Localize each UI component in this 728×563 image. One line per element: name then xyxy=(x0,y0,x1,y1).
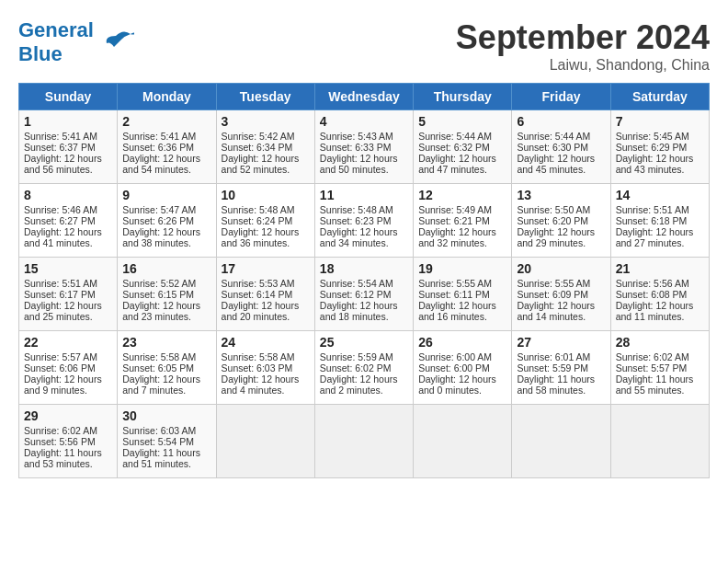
daylight-label: Daylight: 12 hours and 34 minutes. xyxy=(320,226,398,248)
daylight-label: Daylight: 12 hours and 11 minutes. xyxy=(616,300,694,322)
day-number: 30 xyxy=(122,408,210,423)
day-number: 1 xyxy=(24,114,112,129)
sunrise-text: Sunrise: 5:48 AM xyxy=(320,204,393,215)
calendar-cell: 4 Sunrise: 5:43 AM Sunset: 6:33 PM Dayli… xyxy=(314,110,413,184)
sunrise-text: Sunrise: 5:48 AM xyxy=(222,204,295,215)
month-title: September 2024 xyxy=(456,18,710,57)
sunset-text: Sunset: 6:15 PM xyxy=(122,289,194,300)
calendar-table: Sunday Monday Tuesday Wednesday Thursday… xyxy=(18,83,710,478)
day-number: 12 xyxy=(418,188,506,202)
calendar-cell xyxy=(216,405,314,478)
day-number: 25 xyxy=(320,335,408,350)
sunrise-text: Sunrise: 5:51 AM xyxy=(616,204,689,215)
calendar-cell: 19 Sunrise: 5:55 AM Sunset: 6:11 PM Dayl… xyxy=(414,258,512,331)
title-block: September 2024 Laiwu, Shandong, China xyxy=(456,18,710,74)
sunset-text: Sunset: 6:05 PM xyxy=(122,362,194,373)
daylight-label: Daylight: 12 hours and 16 minutes. xyxy=(418,300,496,322)
sunrise-text: Sunrise: 5:50 AM xyxy=(517,204,590,215)
sunset-text: Sunset: 6:14 PM xyxy=(222,289,293,300)
sunrise-text: Sunrise: 6:01 AM xyxy=(517,351,590,362)
daylight-label: Daylight: 12 hours and 2 minutes. xyxy=(320,373,398,396)
sunset-text: Sunset: 6:27 PM xyxy=(24,215,96,226)
day-number: 21 xyxy=(616,261,704,276)
daylight-label: Daylight: 12 hours and 9 minutes. xyxy=(24,373,102,396)
sunset-text: Sunset: 6:30 PM xyxy=(517,142,588,153)
calendar-cell: 6 Sunrise: 5:44 AM Sunset: 6:30 PM Dayli… xyxy=(512,110,610,184)
day-number: 18 xyxy=(320,261,408,276)
daylight-label: Daylight: 12 hours and 14 minutes. xyxy=(517,300,595,322)
sunrise-text: Sunrise: 5:45 AM xyxy=(616,131,689,142)
sunrise-text: Sunrise: 5:46 AM xyxy=(24,204,97,215)
calendar-cell: 7 Sunrise: 5:45 AM Sunset: 6:29 PM Dayli… xyxy=(610,110,709,184)
calendar-cell: 25 Sunrise: 5:59 AM Sunset: 6:02 PM Dayl… xyxy=(314,331,413,405)
calendar-cell: 24 Sunrise: 5:58 AM Sunset: 6:03 PM Dayl… xyxy=(216,331,314,405)
daylight-label: Daylight: 11 hours and 53 minutes. xyxy=(24,447,102,469)
calendar-cell: 26 Sunrise: 6:00 AM Sunset: 6:00 PM Dayl… xyxy=(414,331,512,405)
sunrise-text: Sunrise: 6:00 AM xyxy=(418,351,492,362)
calendar-cell: 1 Sunrise: 5:41 AM Sunset: 6:37 PM Dayli… xyxy=(19,110,118,184)
sunset-text: Sunset: 6:24 PM xyxy=(222,215,293,226)
daylight-label: Daylight: 12 hours and 54 minutes. xyxy=(122,153,200,175)
day-number: 8 xyxy=(24,188,112,202)
calendar-cell: 5 Sunrise: 5:44 AM Sunset: 6:32 PM Dayli… xyxy=(414,110,512,184)
daylight-label: Daylight: 12 hours and 23 minutes. xyxy=(122,300,200,322)
calendar-cell: 17 Sunrise: 5:53 AM Sunset: 6:14 PM Dayl… xyxy=(216,258,314,331)
calendar-cell: 15 Sunrise: 5:51 AM Sunset: 6:17 PM Dayl… xyxy=(19,258,118,331)
day-number: 19 xyxy=(418,261,506,276)
daylight-label: Daylight: 12 hours and 56 minutes. xyxy=(24,153,102,175)
sunrise-text: Sunrise: 5:58 AM xyxy=(122,351,196,362)
sunset-text: Sunset: 6:02 PM xyxy=(320,362,392,373)
daylight-label: Daylight: 12 hours and 50 minutes. xyxy=(320,153,398,175)
logo: General Blue xyxy=(18,18,134,66)
sunrise-text: Sunrise: 5:44 AM xyxy=(418,131,492,142)
sunset-text: Sunset: 6:12 PM xyxy=(320,289,392,300)
calendar-week-row: 1 Sunrise: 5:41 AM Sunset: 6:37 PM Dayli… xyxy=(19,110,710,184)
day-number: 16 xyxy=(122,261,210,276)
calendar-cell: 27 Sunrise: 6:01 AM Sunset: 5:59 PM Dayl… xyxy=(512,331,610,405)
sunset-text: Sunset: 5:56 PM xyxy=(24,436,96,447)
calendar-header-row: Sunday Monday Tuesday Wednesday Thursday… xyxy=(19,84,710,110)
sunset-text: Sunset: 6:36 PM xyxy=(122,142,194,153)
day-number: 4 xyxy=(320,114,408,129)
daylight-label: Daylight: 12 hours and 41 minutes. xyxy=(24,226,102,248)
col-monday: Monday xyxy=(118,84,216,110)
calendar-week-row: 8 Sunrise: 5:46 AM Sunset: 6:27 PM Dayli… xyxy=(19,184,710,258)
calendar-cell: 9 Sunrise: 5:47 AM Sunset: 6:26 PM Dayli… xyxy=(118,184,216,258)
sunset-text: Sunset: 6:23 PM xyxy=(320,215,392,226)
daylight-label: Daylight: 12 hours and 25 minutes. xyxy=(24,300,102,322)
daylight-label: Daylight: 12 hours and 32 minutes. xyxy=(418,226,496,248)
calendar-cell: 13 Sunrise: 5:50 AM Sunset: 6:20 PM Dayl… xyxy=(512,184,610,258)
daylight-label: Daylight: 12 hours and 36 minutes. xyxy=(222,226,300,248)
sunset-text: Sunset: 6:00 PM xyxy=(418,362,490,373)
calendar-week-row: 22 Sunrise: 5:57 AM Sunset: 6:06 PM Dayl… xyxy=(19,331,710,405)
daylight-label: Daylight: 12 hours and 43 minutes. xyxy=(616,153,694,175)
page-header: General Blue September 2024 Laiwu, Shand… xyxy=(18,18,710,74)
sunrise-text: Sunrise: 5:55 AM xyxy=(517,278,590,289)
daylight-label: Daylight: 12 hours and 18 minutes. xyxy=(320,300,398,322)
daylight-label: Daylight: 12 hours and 20 minutes. xyxy=(222,300,300,322)
calendar-cell: 14 Sunrise: 5:51 AM Sunset: 6:18 PM Dayl… xyxy=(610,184,709,258)
col-friday: Friday xyxy=(512,84,610,110)
day-number: 9 xyxy=(122,188,210,202)
calendar-cell: 2 Sunrise: 5:41 AM Sunset: 6:36 PM Dayli… xyxy=(118,110,216,184)
sunrise-text: Sunrise: 5:54 AM xyxy=(320,278,393,289)
sunrise-text: Sunrise: 5:56 AM xyxy=(616,278,689,289)
sunset-text: Sunset: 6:37 PM xyxy=(24,142,96,153)
sunrise-text: Sunrise: 6:02 AM xyxy=(616,351,689,362)
calendar-cell: 21 Sunrise: 5:56 AM Sunset: 6:08 PM Dayl… xyxy=(610,258,709,331)
day-number: 27 xyxy=(517,335,605,350)
calendar-cell: 20 Sunrise: 5:55 AM Sunset: 6:09 PM Dayl… xyxy=(512,258,610,331)
day-number: 2 xyxy=(122,114,210,129)
sunset-text: Sunset: 6:08 PM xyxy=(616,289,688,300)
sunset-text: Sunset: 6:03 PM xyxy=(222,362,293,373)
calendar-cell: 18 Sunrise: 5:54 AM Sunset: 6:12 PM Dayl… xyxy=(314,258,413,331)
calendar-week-row: 15 Sunrise: 5:51 AM Sunset: 6:17 PM Dayl… xyxy=(19,258,710,331)
calendar-cell: 10 Sunrise: 5:48 AM Sunset: 6:24 PM Dayl… xyxy=(216,184,314,258)
sunrise-text: Sunrise: 5:41 AM xyxy=(24,131,97,142)
sunset-text: Sunset: 6:29 PM xyxy=(616,142,688,153)
day-number: 28 xyxy=(616,335,704,350)
daylight-label: Daylight: 12 hours and 38 minutes. xyxy=(122,226,200,248)
daylight-label: Daylight: 12 hours and 29 minutes. xyxy=(517,226,595,248)
daylight-label: Daylight: 12 hours and 45 minutes. xyxy=(517,153,595,175)
sunrise-text: Sunrise: 5:57 AM xyxy=(24,351,97,362)
